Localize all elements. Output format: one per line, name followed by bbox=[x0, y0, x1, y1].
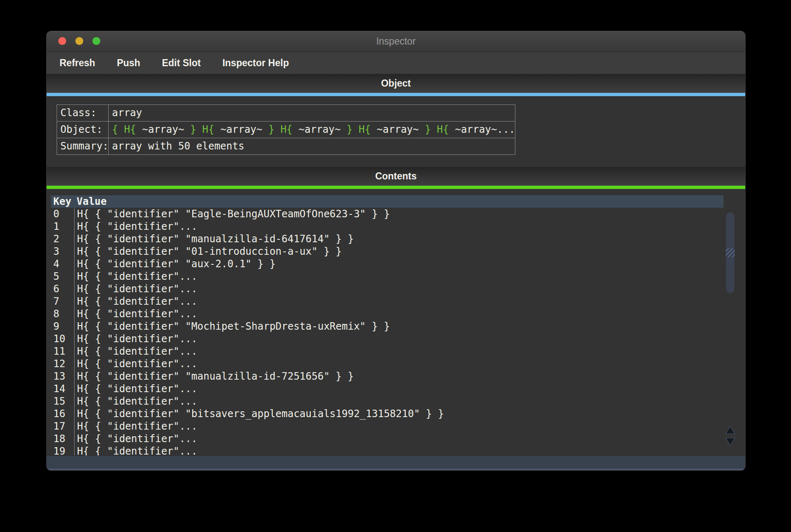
row-key: 2 bbox=[51, 233, 75, 245]
object-panel: Class:arrayObject:{ H{ ~array~ } H{ ~arr… bbox=[47, 96, 745, 167]
contents-column-header: Key Value bbox=[51, 195, 724, 208]
inspector-window: Inspector RefreshPushEdit SlotInspector … bbox=[47, 31, 745, 470]
row-value: H{ { "identifier"... bbox=[75, 395, 197, 408]
contents-row[interactable]: 5H{ { "identifier"... bbox=[51, 270, 724, 283]
object-table-label: Object: bbox=[57, 121, 109, 138]
contents-row[interactable]: 7H{ { "identifier"... bbox=[51, 295, 724, 308]
contents-row[interactable]: 11H{ { "identifier"... bbox=[51, 345, 724, 358]
contents-row[interactable]: 13H{ { "identifier" "manualzilla-id-7251… bbox=[51, 370, 724, 383]
row-value: H{ { "identifier" "01-introduccion-a-ux"… bbox=[75, 245, 342, 258]
code-token: } bbox=[347, 124, 359, 135]
row-value: H{ { "identifier"... bbox=[75, 295, 197, 308]
row-key: 9 bbox=[51, 320, 75, 333]
row-key: 3 bbox=[51, 245, 75, 258]
row-key: 6 bbox=[51, 283, 75, 295]
row-key: 15 bbox=[51, 395, 75, 408]
row-value: H{ { "identifier" "Mochipet-SharpDresta-… bbox=[75, 320, 390, 333]
object-section-header: Object bbox=[47, 74, 745, 93]
row-value: H{ { "identifier"... bbox=[75, 433, 197, 445]
code-token: { bbox=[112, 124, 124, 135]
row-value: H{ { "identifier" "Eagle-BeingAUXTeamOfO… bbox=[75, 208, 390, 220]
contents-row[interactable]: 18H{ { "identifier"... bbox=[51, 433, 724, 445]
contents-row[interactable]: 16H{ { "identifier" "bitsavers_applemaca… bbox=[51, 408, 724, 420]
contents-row[interactable]: 14H{ { "identifier"... bbox=[51, 383, 724, 395]
row-key: 14 bbox=[51, 383, 75, 395]
menu-item-push[interactable]: Push bbox=[117, 57, 140, 69]
code-token: H{ bbox=[202, 124, 220, 135]
contents-row[interactable]: 10H{ { "identifier"... bbox=[51, 333, 724, 345]
row-key: 19 bbox=[51, 445, 75, 455]
scrollbar-thumb[interactable] bbox=[726, 212, 734, 293]
row-value: H{ { "identifier" "manualzilla-id-725165… bbox=[75, 370, 354, 383]
text-token: ... bbox=[497, 124, 515, 135]
text-token: ~array~ bbox=[377, 124, 425, 135]
object-table-label: Class: bbox=[57, 105, 109, 121]
contents-section-title: Contents bbox=[375, 171, 417, 182]
contents-row[interactable]: 19H{ { "identifier"... bbox=[51, 445, 724, 455]
close-button[interactable] bbox=[58, 37, 66, 45]
text-token: ~array~ bbox=[455, 124, 497, 135]
contents-row[interactable]: 4H{ { "identifier" "aux-2.0.1" } } bbox=[51, 258, 724, 270]
row-value: H{ { "identifier"... bbox=[75, 220, 197, 233]
zoom-button[interactable] bbox=[92, 37, 100, 45]
row-key: 5 bbox=[51, 270, 75, 283]
scroll-down-icon[interactable] bbox=[724, 436, 736, 447]
text-token: array bbox=[112, 107, 142, 119]
row-key: 16 bbox=[51, 408, 75, 420]
row-key: 0 bbox=[51, 208, 75, 220]
titlebar[interactable]: Inspector bbox=[47, 31, 745, 52]
scroll-up-icon[interactable] bbox=[724, 425, 736, 435]
row-key: 7 bbox=[51, 295, 75, 308]
toolbar: RefreshPushEdit SlotInspector Help bbox=[47, 52, 745, 74]
menu-item-refresh[interactable]: Refresh bbox=[60, 57, 95, 69]
object-table-value[interactable]: { H{ ~array~ } H{ ~array~ } H{ ~array~ }… bbox=[109, 121, 515, 138]
contents-panel: Key Value 0H{ { "identifier" "Eagle-Bein… bbox=[47, 189, 745, 455]
row-value: H{ { "identifier"... bbox=[75, 333, 197, 345]
contents-row[interactable]: 12H{ { "identifier"... bbox=[51, 358, 724, 370]
row-key: 11 bbox=[51, 345, 75, 358]
menu-item-edit-slot[interactable]: Edit Slot bbox=[162, 57, 201, 69]
row-value: H{ { "identifier"... bbox=[75, 270, 197, 283]
contents-rows: 0H{ { "identifier" "Eagle-BeingAUXTeamOf… bbox=[51, 208, 724, 455]
row-value: H{ { "identifier"... bbox=[75, 283, 197, 295]
row-value: H{ { "identifier"... bbox=[75, 358, 197, 370]
text-token: array with 50 elements bbox=[112, 140, 244, 152]
value-column-header: Value bbox=[74, 195, 107, 208]
contents-row[interactable]: 2H{ { "identifier" "manualzilla-id-64176… bbox=[51, 233, 724, 245]
status-bar bbox=[47, 455, 745, 470]
contents-row[interactable]: 15H{ { "identifier"... bbox=[51, 395, 724, 408]
object-section-title: Object bbox=[381, 78, 411, 89]
contents-row[interactable]: 6H{ { "identifier"... bbox=[51, 283, 724, 295]
row-key: 10 bbox=[51, 333, 75, 345]
menu-item-inspector-help[interactable]: Inspector Help bbox=[222, 57, 289, 69]
row-value: H{ { "identifier" "bitsavers_applemacaui… bbox=[75, 408, 444, 420]
row-key: 12 bbox=[51, 358, 75, 370]
object-table-value[interactable]: array bbox=[109, 105, 515, 121]
contents-section-header: Contents bbox=[47, 167, 745, 186]
row-key: 13 bbox=[51, 370, 75, 383]
text-token: ~array~ bbox=[298, 124, 347, 135]
row-key: 18 bbox=[51, 433, 75, 445]
contents-row[interactable]: 8H{ { "identifier"... bbox=[51, 308, 724, 320]
object-table-label: Summary: bbox=[57, 138, 109, 154]
text-token: ~array~ bbox=[220, 124, 269, 135]
code-token: H{ bbox=[437, 124, 455, 135]
contents-row[interactable]: 0H{ { "identifier" "Eagle-BeingAUXTeamOf… bbox=[51, 208, 724, 220]
code-token: } bbox=[269, 124, 281, 135]
code-token: H{ bbox=[281, 124, 298, 135]
code-token: H{ bbox=[124, 124, 142, 135]
contents-row[interactable]: 17H{ { "identifier"... bbox=[51, 420, 724, 433]
code-token: } bbox=[190, 124, 202, 135]
contents-accent-line bbox=[47, 186, 745, 189]
row-value: H{ { "identifier"... bbox=[75, 420, 197, 433]
minimize-button[interactable] bbox=[75, 37, 83, 45]
code-token: H{ bbox=[358, 124, 376, 135]
contents-row[interactable]: 1H{ { "identifier"... bbox=[51, 220, 724, 233]
row-value: H{ { "identifier" "manualzilla-id-641761… bbox=[75, 233, 354, 245]
contents-row[interactable]: 9H{ { "identifier" "Mochipet-SharpDresta… bbox=[51, 320, 724, 333]
row-key: 17 bbox=[51, 420, 75, 433]
object-table-value[interactable]: array with 50 elements bbox=[109, 138, 515, 154]
key-column-header: Key bbox=[51, 195, 74, 208]
window-title: Inspector bbox=[47, 31, 745, 52]
contents-row[interactable]: 3H{ { "identifier" "01-introduccion-a-ux… bbox=[51, 245, 724, 258]
